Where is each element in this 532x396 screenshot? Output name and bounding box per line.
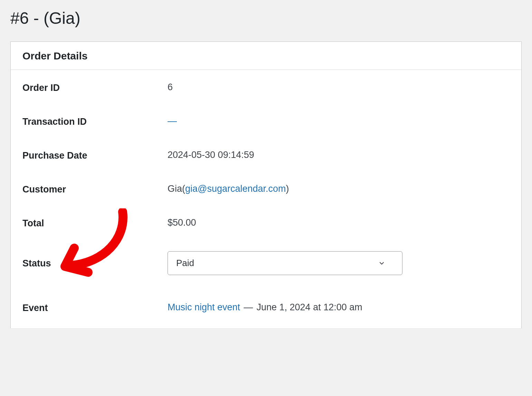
transaction-id-value: — bbox=[168, 116, 510, 126]
purchase-date-label: Purchase Date bbox=[22, 150, 168, 161]
page-title: #6 - (Gia) bbox=[10, 9, 522, 28]
status-select-value: Paid bbox=[176, 258, 194, 268]
event-row: Event Music night event — June 1, 2024 a… bbox=[22, 302, 510, 313]
status-row: Status Paid bbox=[22, 251, 510, 275]
event-separator: — bbox=[241, 302, 256, 312]
transaction-id-row: Transaction ID — bbox=[22, 116, 510, 127]
order-details-panel: Order Details Order ID 6 Transaction ID … bbox=[10, 41, 522, 328]
transaction-id-link[interactable]: — bbox=[168, 116, 177, 126]
purchase-date-row: Purchase Date 2024-05-30 09:14:59 bbox=[22, 150, 510, 161]
order-id-row: Order ID 6 bbox=[22, 82, 510, 93]
event-date: June 1, 2024 at 12:00 am bbox=[257, 302, 362, 312]
customer-row: Customer Gia(gia@sugarcalendar.com) bbox=[22, 183, 510, 195]
event-link[interactable]: Music night event bbox=[168, 302, 240, 312]
customer-label: Customer bbox=[22, 183, 168, 195]
total-value: $50.00 bbox=[168, 217, 510, 228]
chevron-down-icon bbox=[378, 260, 386, 267]
purchase-date-value: 2024-05-30 09:14:59 bbox=[168, 150, 510, 160]
transaction-id-label: Transaction ID bbox=[22, 116, 168, 127]
status-label: Status bbox=[22, 257, 168, 269]
event-label: Event bbox=[22, 302, 168, 313]
panel-heading: Order Details bbox=[11, 42, 521, 70]
total-label: Total bbox=[22, 217, 168, 229]
total-row: Total $50.00 bbox=[22, 217, 510, 229]
status-select[interactable]: Paid bbox=[168, 251, 402, 275]
customer-name: Gia bbox=[168, 183, 182, 194]
panel-heading-title: Order Details bbox=[22, 50, 510, 62]
order-id-value: 6 bbox=[168, 82, 510, 93]
customer-value: Gia(gia@sugarcalendar.com) bbox=[168, 183, 510, 194]
event-value: Music night event — June 1, 2024 at 12:0… bbox=[168, 302, 510, 313]
order-id-label: Order ID bbox=[22, 82, 168, 93]
customer-email-link[interactable]: gia@sugarcalendar.com bbox=[185, 183, 286, 194]
